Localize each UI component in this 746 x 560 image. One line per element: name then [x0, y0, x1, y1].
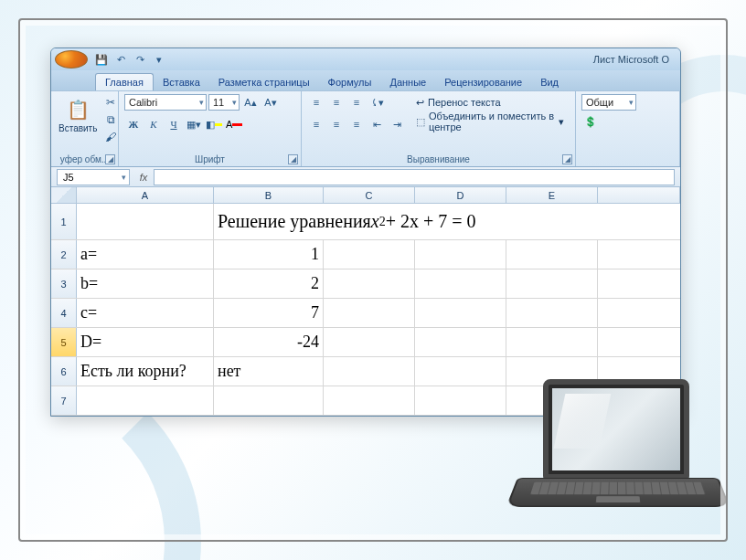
italic-button[interactable]: К	[144, 116, 163, 132]
decrease-font-icon[interactable]: A▾	[261, 94, 280, 111]
wrap-text-button[interactable]: ↩ Перенос текста	[413, 94, 570, 111]
border-button[interactable]: ▦▾	[185, 116, 203, 132]
copy-icon[interactable]: ⧉	[101, 111, 120, 128]
tab-page-layout[interactable]: Разметка страницы	[209, 74, 319, 90]
align-middle-icon[interactable]: ≡	[327, 94, 346, 111]
align-top-icon[interactable]: ≡	[307, 94, 325, 111]
cell-c2[interactable]	[324, 240, 415, 269]
row-header-4[interactable]: 4	[51, 299, 77, 327]
align-left-icon[interactable]: ≡	[307, 116, 325, 132]
cell-b4[interactable]: 7	[214, 299, 324, 327]
cut-icon[interactable]: ✂	[101, 94, 120, 111]
eq-rest: + 2x + 7 = 0	[386, 211, 476, 232]
decrease-indent-icon[interactable]: ⇤	[368, 116, 386, 132]
chevron-down-icon: ▾	[559, 116, 564, 128]
cell-a3[interactable]: b=	[77, 269, 214, 298]
cell-d3[interactable]	[415, 269, 506, 298]
office-button[interactable]	[55, 50, 88, 69]
cell-rest-1[interactable]	[598, 204, 680, 239]
cell-e5[interactable]	[506, 328, 598, 356]
cell-a7[interactable]	[77, 386, 214, 415]
cell-a2[interactable]: a=	[77, 240, 214, 269]
col-header-d[interactable]: D	[415, 187, 506, 203]
cell-b3[interactable]: 2	[214, 269, 324, 298]
row-header-5[interactable]: 5	[51, 328, 77, 356]
cell-a4[interactable]: c=	[77, 299, 214, 327]
cell-rest-5[interactable]	[598, 328, 680, 356]
number-format-combo[interactable]: Общи	[581, 94, 636, 111]
fx-icon[interactable]: fx	[133, 172, 154, 183]
row-header-7[interactable]: 7	[51, 386, 77, 415]
col-header-c[interactable]: C	[324, 187, 415, 203]
cell-b6[interactable]: нет	[214, 357, 324, 386]
font-color-button[interactable]: A	[225, 116, 243, 132]
qat-dropdown-icon[interactable]: ▾	[151, 51, 167, 68]
cell-c7[interactable]	[324, 386, 415, 415]
paste-button[interactable]: 📋 Вставить	[57, 94, 99, 135]
bold-button[interactable]: Ж	[124, 116, 143, 132]
cell-b5[interactable]: -24	[214, 328, 324, 356]
cell-d4[interactable]	[415, 299, 506, 327]
clipboard-dialog-launcher[interactable]: ◢	[105, 154, 115, 164]
format-painter-icon[interactable]: 🖌	[101, 129, 120, 145]
undo-icon[interactable]: ↶	[112, 51, 129, 68]
bucket-icon: ◧	[206, 119, 215, 131]
cell-c5[interactable]	[324, 328, 415, 356]
cell-c3[interactable]	[324, 269, 415, 298]
cell-d6[interactable]	[415, 357, 506, 386]
row-header-2[interactable]: 2	[51, 240, 77, 269]
table-row: 2 a= 1	[51, 240, 680, 269]
cell-d5[interactable]	[415, 328, 506, 356]
ribbon: 📋 Вставить ✂ ⧉ 🖌 уфер обм... ◢ Calibri 1…	[51, 90, 680, 167]
merge-center-button[interactable]: ⬚ Объединить и поместить в центре ▾	[413, 113, 570, 130]
tab-data[interactable]: Данные	[380, 74, 435, 90]
align-center-icon[interactable]: ≡	[327, 116, 346, 132]
font-dialog-launcher[interactable]: ◢	[288, 154, 298, 164]
cell-a5[interactable]: D=	[77, 328, 214, 356]
font-size-combo[interactable]: 11	[208, 94, 240, 111]
cell-a6[interactable]: Есть ли корни?	[77, 357, 214, 386]
cell-b2[interactable]: 1	[214, 240, 324, 269]
fill-color-button[interactable]: ◧	[205, 116, 223, 132]
cell-d2[interactable]	[415, 240, 506, 269]
cell-b7[interactable]	[214, 386, 324, 415]
redo-icon[interactable]: ↷	[132, 51, 148, 68]
font-name-combo[interactable]: Calibri	[124, 94, 207, 111]
cell-e4[interactable]	[506, 299, 598, 327]
ribbon-group-alignment: ≡ ≡ ≡ ⤹▾ ≡ ≡ ≡ ⇤ ⇥ ↩	[302, 91, 576, 166]
cell-e3[interactable]	[506, 269, 598, 298]
cell-rest-3[interactable]	[598, 269, 680, 298]
save-icon[interactable]: 💾	[93, 51, 110, 68]
orientation-icon[interactable]: ⤹▾	[368, 94, 386, 111]
alignment-dialog-launcher[interactable]: ◢	[562, 154, 572, 164]
tab-formulas[interactable]: Формулы	[319, 74, 381, 90]
cell-a1[interactable]	[77, 204, 214, 239]
cell-rest-2[interactable]	[598, 240, 680, 269]
formula-bar[interactable]	[154, 169, 675, 185]
cell-c4[interactable]	[324, 299, 415, 327]
tab-view[interactable]: Вид	[531, 74, 568, 90]
cell-d7[interactable]	[415, 386, 506, 415]
currency-icon[interactable]: 💲	[581, 113, 600, 130]
row-header-3[interactable]: 3	[51, 269, 77, 298]
underline-button[interactable]: Ч	[165, 116, 183, 132]
col-header-a[interactable]: A	[77, 187, 214, 203]
cell-rest-4[interactable]	[598, 299, 680, 327]
col-header-e[interactable]: E	[506, 187, 598, 203]
cell-b1-merged[interactable]: Решение уравнения x2 + 2x + 7 = 0	[214, 204, 598, 239]
align-bottom-icon[interactable]: ≡	[347, 94, 366, 111]
tab-insert[interactable]: Вставка	[154, 74, 209, 90]
increase-indent-icon[interactable]: ⇥	[388, 116, 406, 132]
align-right-icon[interactable]: ≡	[347, 116, 366, 132]
alignment-group-label: Выравнивание	[302, 153, 575, 165]
name-box[interactable]: J5	[57, 169, 130, 185]
tab-review[interactable]: Рецензирование	[435, 74, 531, 90]
row-header-6[interactable]: 6	[51, 357, 77, 386]
select-all-corner[interactable]	[51, 187, 77, 203]
cell-c6[interactable]	[324, 357, 415, 386]
row-header-1[interactable]: 1	[51, 204, 77, 239]
tab-home[interactable]: Главная	[95, 73, 154, 90]
col-header-b[interactable]: B	[214, 187, 324, 203]
cell-e2[interactable]	[506, 240, 598, 269]
increase-font-icon[interactable]: A▴	[241, 94, 260, 111]
